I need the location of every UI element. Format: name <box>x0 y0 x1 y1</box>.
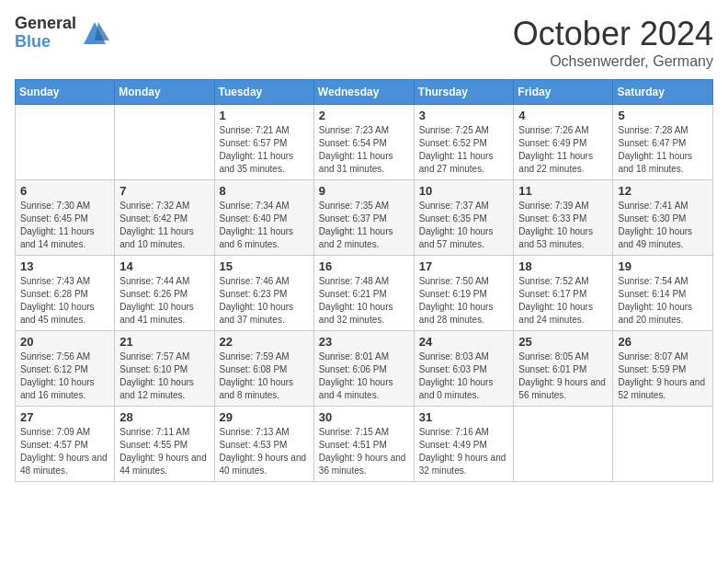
day-info: Sunrise: 7:34 AM Sunset: 6:40 PM Dayligh… <box>220 200 309 251</box>
header-wednesday: Wednesday <box>313 80 414 105</box>
header-tuesday: Tuesday <box>214 80 313 105</box>
day-cell-3-5: 25Sunrise: 8:05 AM Sunset: 6:01 PM Dayli… <box>514 331 613 407</box>
day-number: 31 <box>419 410 509 424</box>
day-number: 4 <box>518 109 608 122</box>
day-number: 30 <box>319 410 409 424</box>
header-monday: Monday <box>115 80 214 105</box>
day-info: Sunrise: 7:09 AM Sunset: 4:57 PM Dayligh… <box>20 426 109 477</box>
day-info: Sunrise: 7:39 AM Sunset: 6:33 PM Dayligh… <box>518 200 608 251</box>
day-cell-4-3: 30Sunrise: 7:15 AM Sunset: 4:51 PM Dayli… <box>313 407 414 482</box>
day-cell-1-3: 9Sunrise: 7:35 AM Sunset: 6:37 PM Daylig… <box>313 180 414 256</box>
day-cell-0-4: 3Sunrise: 7:25 AM Sunset: 6:52 PM Daylig… <box>414 105 514 180</box>
header-friday: Friday <box>514 80 613 105</box>
title-block: October 2024 Ochsenwerder, Germany <box>513 15 713 70</box>
day-cell-3-4: 24Sunrise: 8:03 AM Sunset: 6:03 PM Dayli… <box>414 331 514 407</box>
day-cell-2-4: 17Sunrise: 7:50 AM Sunset: 6:19 PM Dayli… <box>414 256 514 331</box>
day-number: 7 <box>119 184 209 198</box>
logo-general: General <box>15 15 76 33</box>
day-number: 27 <box>20 410 109 424</box>
day-info: Sunrise: 7:23 AM Sunset: 6:54 PM Dayligh… <box>319 124 409 176</box>
day-number: 5 <box>618 109 708 122</box>
day-info: Sunrise: 8:05 AM Sunset: 6:01 PM Dayligh… <box>518 350 608 402</box>
day-cell-1-1: 7Sunrise: 7:32 AM Sunset: 6:42 PM Daylig… <box>115 180 214 256</box>
logo: General Blue <box>15 15 109 52</box>
week-row-3: 13Sunrise: 7:43 AM Sunset: 6:28 PM Dayli… <box>16 256 713 331</box>
week-row-2: 6Sunrise: 7:30 AM Sunset: 6:45 PM Daylig… <box>16 180 713 256</box>
header-sunday: Sunday <box>16 80 115 105</box>
page-header: General Blue October 2024 Ochsenwerder, … <box>15 15 713 70</box>
day-cell-4-0: 27Sunrise: 7:09 AM Sunset: 4:57 PM Dayli… <box>16 407 115 482</box>
day-info: Sunrise: 7:37 AM Sunset: 6:35 PM Dayligh… <box>419 200 509 251</box>
day-number: 22 <box>220 335 309 349</box>
day-number: 12 <box>618 184 708 198</box>
day-number: 3 <box>419 109 509 122</box>
day-cell-4-5 <box>514 407 613 482</box>
day-cell-4-4: 31Sunrise: 7:16 AM Sunset: 4:49 PM Dayli… <box>414 407 514 482</box>
day-cell-4-6 <box>613 407 713 482</box>
day-cell-1-0: 6Sunrise: 7:30 AM Sunset: 6:45 PM Daylig… <box>16 180 115 256</box>
day-cell-0-0 <box>16 105 115 180</box>
day-number: 21 <box>119 335 209 349</box>
day-info: Sunrise: 7:52 AM Sunset: 6:17 PM Dayligh… <box>518 275 608 327</box>
day-number: 20 <box>20 335 109 349</box>
day-cell-2-2: 15Sunrise: 7:46 AM Sunset: 6:23 PM Dayli… <box>214 256 313 331</box>
location: Ochsenwerder, Germany <box>513 53 713 70</box>
day-info: Sunrise: 7:28 AM Sunset: 6:47 PM Dayligh… <box>618 124 708 176</box>
day-info: Sunrise: 7:21 AM Sunset: 6:57 PM Dayligh… <box>220 124 309 176</box>
header-saturday: Saturday <box>613 80 713 105</box>
day-cell-0-2: 1Sunrise: 7:21 AM Sunset: 6:57 PM Daylig… <box>214 105 313 180</box>
day-info: Sunrise: 7:54 AM Sunset: 6:14 PM Dayligh… <box>618 275 708 327</box>
calendar: SundayMondayTuesdayWednesdayThursdayFrid… <box>15 79 713 482</box>
day-cell-2-0: 13Sunrise: 7:43 AM Sunset: 6:28 PM Dayli… <box>16 256 115 331</box>
day-info: Sunrise: 7:50 AM Sunset: 6:19 PM Dayligh… <box>419 275 509 327</box>
week-row-1: 1Sunrise: 7:21 AM Sunset: 6:57 PM Daylig… <box>16 105 713 180</box>
logo-blue: Blue <box>15 33 76 52</box>
day-info: Sunrise: 7:11 AM Sunset: 4:55 PM Dayligh… <box>119 426 209 477</box>
day-number: 14 <box>119 259 209 273</box>
day-info: Sunrise: 7:13 AM Sunset: 4:53 PM Dayligh… <box>220 426 309 477</box>
day-number: 6 <box>20 184 109 198</box>
header-thursday: Thursday <box>414 80 514 105</box>
day-cell-0-6: 5Sunrise: 7:28 AM Sunset: 6:47 PM Daylig… <box>613 105 713 180</box>
week-row-5: 27Sunrise: 7:09 AM Sunset: 4:57 PM Dayli… <box>16 407 713 482</box>
day-number: 9 <box>319 184 409 198</box>
logo-icon <box>80 18 109 48</box>
day-cell-4-1: 28Sunrise: 7:11 AM Sunset: 4:55 PM Dayli… <box>115 407 214 482</box>
logo-text: General Blue <box>15 15 76 52</box>
day-info: Sunrise: 8:07 AM Sunset: 5:59 PM Dayligh… <box>618 350 708 402</box>
day-info: Sunrise: 7:15 AM Sunset: 4:51 PM Dayligh… <box>319 426 409 477</box>
day-number: 23 <box>319 335 409 349</box>
day-info: Sunrise: 7:26 AM Sunset: 6:49 PM Dayligh… <box>518 124 608 176</box>
day-cell-1-5: 11Sunrise: 7:39 AM Sunset: 6:33 PM Dayli… <box>514 180 613 256</box>
day-info: Sunrise: 7:59 AM Sunset: 6:08 PM Dayligh… <box>220 350 309 402</box>
day-number: 24 <box>419 335 509 349</box>
day-number: 11 <box>518 184 608 198</box>
day-cell-3-6: 26Sunrise: 8:07 AM Sunset: 5:59 PM Dayli… <box>613 331 713 407</box>
month-title: October 2024 <box>513 15 713 53</box>
day-info: Sunrise: 7:32 AM Sunset: 6:42 PM Dayligh… <box>119 200 209 251</box>
day-number: 29 <box>220 410 309 424</box>
day-cell-0-3: 2Sunrise: 7:23 AM Sunset: 6:54 PM Daylig… <box>313 105 414 180</box>
day-cell-2-6: 19Sunrise: 7:54 AM Sunset: 6:14 PM Dayli… <box>613 256 713 331</box>
day-info: Sunrise: 8:03 AM Sunset: 6:03 PM Dayligh… <box>419 350 509 402</box>
day-info: Sunrise: 7:41 AM Sunset: 6:30 PM Dayligh… <box>618 200 708 251</box>
day-cell-3-1: 21Sunrise: 7:57 AM Sunset: 6:10 PM Dayli… <box>115 331 214 407</box>
week-row-4: 20Sunrise: 7:56 AM Sunset: 6:12 PM Dayli… <box>16 331 713 407</box>
day-info: Sunrise: 7:57 AM Sunset: 6:10 PM Dayligh… <box>119 350 209 402</box>
day-cell-4-2: 29Sunrise: 7:13 AM Sunset: 4:53 PM Dayli… <box>214 407 313 482</box>
day-number: 10 <box>419 184 509 198</box>
day-cell-3-3: 23Sunrise: 8:01 AM Sunset: 6:06 PM Dayli… <box>313 331 414 407</box>
day-number: 17 <box>419 259 509 273</box>
day-number: 25 <box>518 335 608 349</box>
day-number: 19 <box>618 259 708 273</box>
day-cell-2-5: 18Sunrise: 7:52 AM Sunset: 6:17 PM Dayli… <box>514 256 613 331</box>
day-cell-2-3: 16Sunrise: 7:48 AM Sunset: 6:21 PM Dayli… <box>313 256 414 331</box>
day-cell-0-5: 4Sunrise: 7:26 AM Sunset: 6:49 PM Daylig… <box>514 105 613 180</box>
day-info: Sunrise: 7:48 AM Sunset: 6:21 PM Dayligh… <box>319 275 409 327</box>
day-number: 13 <box>20 259 109 273</box>
day-info: Sunrise: 8:01 AM Sunset: 6:06 PM Dayligh… <box>319 350 409 402</box>
day-info: Sunrise: 7:43 AM Sunset: 6:28 PM Dayligh… <box>20 275 109 327</box>
day-number: 26 <box>618 335 708 349</box>
svg-marker-1 <box>95 22 109 40</box>
day-cell-3-2: 22Sunrise: 7:59 AM Sunset: 6:08 PM Dayli… <box>214 331 313 407</box>
